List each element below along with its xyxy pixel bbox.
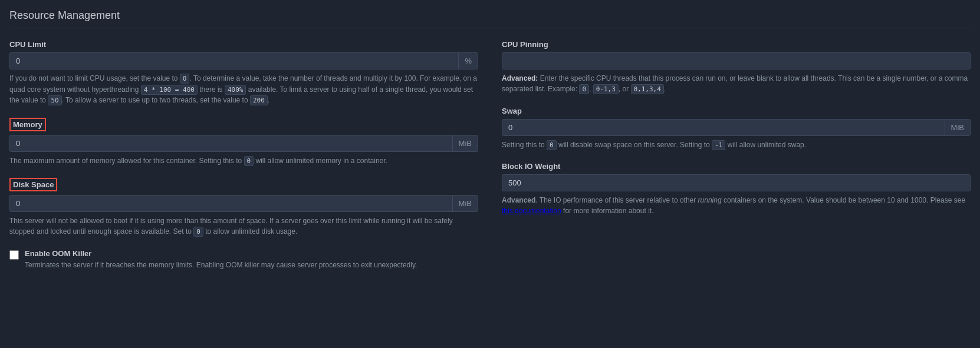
swap-desc-code1: 0 [547,140,557,150]
oom-killer-checkbox[interactable] [9,250,19,260]
disk-space-suffix: MiB [452,195,478,211]
page-container: Resource Management CPU Limit % If you d… [0,0,980,279]
cpu-desc-code4: 50 [48,95,61,105]
cpu-limit-description: If you do not want to limit CPU usage, s… [9,73,478,106]
block-io-running-text: running [698,196,722,204]
cpu-pin-ex2: 0-1,3 [593,84,619,94]
block-io-code1: 10 [887,196,895,204]
right-column: CPU Pinning Advanced: Enter the specific… [502,40,971,269]
block-io-group: Block IO Weight Advanced. The IO perform… [502,162,971,216]
disk-space-label: Disk Space [9,178,57,191]
cpu-pinning-label: CPU Pinning [502,40,971,49]
block-io-input[interactable] [502,175,970,191]
cpu-limit-input-wrapper: % [9,52,478,69]
cpu-pinning-group: CPU Pinning Advanced: Enter the specific… [502,40,971,95]
memory-group: Memory MiB The maximum amount of memory … [9,118,478,167]
swap-desc-code2: -1 [712,140,725,150]
cpu-pinning-description: Advanced: Enter the specific CPU threads… [502,73,971,95]
block-io-advanced-label: Advanced [502,196,535,204]
cpu-limit-input[interactable] [10,53,458,69]
left-column: CPU Limit % If you do not want to limit … [9,40,478,269]
block-io-code2: 1000 [910,196,926,204]
swap-description: Setting this to 0 will disable swap spac… [502,140,971,151]
cpu-limit-label: CPU Limit [9,40,478,49]
oom-killer-label: Enable OOM Killer [25,249,417,258]
main-grid: CPU Limit % If you do not want to limit … [9,40,971,269]
block-io-description: Advanced. The IO performance of this ser… [502,195,971,216]
cpu-desc-code1: 0 [180,74,190,84]
swap-input[interactable] [502,120,945,135]
memory-suffix: MiB [452,135,478,151]
cpu-desc-code5: 200 [250,95,268,105]
oom-killer-description: Terminates the server if it breaches the… [25,261,417,269]
disk-space-input-wrapper: MiB [9,195,478,212]
disk-space-description: This server will not be allowed to boot … [9,216,478,237]
disk-desc-code: 0 [193,227,203,237]
swap-suffix: MiB [945,120,970,135]
oom-killer-content: Enable OOM Killer Terminates the server … [25,249,417,269]
swap-input-wrapper: MiB [502,119,971,136]
cpu-desc-code2: 4 * 100 = 400 [141,85,198,95]
cpu-desc-code3: 400% [225,85,246,95]
block-io-input-wrapper [502,174,971,191]
memory-input-wrapper: MiB [9,135,478,152]
memory-desc-code: 0 [244,156,254,166]
disk-space-group: Disk Space MiB This server will not be a… [9,178,478,237]
cpu-pinning-advanced-label: Advanced: [502,74,538,82]
oom-killer-section: Enable OOM Killer Terminates the server … [9,249,478,269]
page-title: Resource Management [9,9,971,28]
swap-group: Swap MiB Setting this to 0 will disable … [502,107,971,151]
cpu-pin-ex3: 0,1,3,4 [631,84,664,94]
cpu-pin-ex1: 0 [579,84,589,94]
memory-description: The maximum amount of memory allowed for… [9,155,478,167]
cpu-limit-group: CPU Limit % If you do not want to limit … [9,40,478,106]
block-io-label: Block IO Weight [502,162,971,171]
disk-space-input[interactable] [10,195,452,211]
memory-label: Memory [9,118,46,131]
cpu-limit-suffix: % [458,53,478,69]
block-io-doc-link[interactable]: this documentation [502,207,561,215]
cpu-pinning-input[interactable] [502,52,971,69]
swap-label: Swap [502,107,971,115]
memory-input[interactable] [10,135,452,151]
